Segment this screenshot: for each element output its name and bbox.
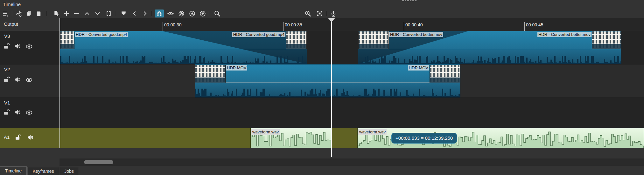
clip-filename: waveform.wav bbox=[358, 129, 387, 135]
clip-hdr-converted-better[interactable]: HDR - Converted better.mov HDR - Convert… bbox=[358, 31, 621, 64]
previous-marker-button[interactable] bbox=[130, 10, 139, 17]
remove-button[interactable] bbox=[72, 10, 81, 17]
copy-icon bbox=[26, 10, 32, 17]
clip-filename: HDR.MOV bbox=[226, 65, 247, 71]
ruler-tick bbox=[163, 22, 163, 31]
lock-icon[interactable] bbox=[15, 133, 22, 141]
tab-jobs[interactable]: Jobs bbox=[60, 167, 78, 175]
toolbar-separator bbox=[12, 11, 12, 16]
track-name: A1 bbox=[4, 134, 10, 140]
ripple-button[interactable] bbox=[177, 10, 186, 17]
toolbar-separator bbox=[115, 11, 116, 16]
playhead-handle[interactable] bbox=[328, 18, 335, 22]
ruler-tick bbox=[524, 22, 525, 31]
record-audio-button[interactable] bbox=[329, 10, 338, 17]
panel-tabs: Timeline Keyframes Jobs bbox=[0, 166, 644, 175]
ruler-tick bbox=[283, 22, 284, 31]
tab-timeline[interactable]: Timeline bbox=[0, 166, 27, 175]
video-audio-separator bbox=[195, 82, 460, 83]
ripple-all-tracks-button[interactable] bbox=[188, 10, 197, 17]
eye-icon[interactable] bbox=[25, 43, 33, 50]
track-name: V1 bbox=[4, 100, 10, 105]
minus-icon bbox=[73, 10, 80, 17]
chevron-left-icon bbox=[131, 10, 138, 17]
track-name: V2 bbox=[4, 67, 10, 72]
ruler-tick bbox=[404, 22, 404, 31]
lock-icon[interactable] bbox=[3, 108, 10, 116]
playhead-line[interactable] bbox=[331, 18, 332, 157]
track-area-left-edge bbox=[60, 18, 60, 148]
clipboard-paste-icon bbox=[35, 10, 42, 17]
clip-hdr-mov[interactable]: HDR.MOV HDR.MOV bbox=[195, 64, 460, 98]
timeline-body: 00:00:30 00:00:35 00:00:40 00:00:45 Outp… bbox=[0, 18, 644, 158]
zoom-in-button[interactable] bbox=[304, 10, 312, 17]
ripple-markers-button[interactable] bbox=[198, 10, 207, 17]
snap-toggle-button[interactable] bbox=[155, 10, 164, 17]
track-header-v1[interactable]: V1 bbox=[0, 98, 60, 128]
video-audio-separator bbox=[60, 49, 307, 49]
panel-title: Timeline bbox=[3, 2, 21, 7]
lock-icon[interactable] bbox=[3, 42, 10, 50]
toolbar-separator bbox=[46, 11, 47, 16]
clip-filename: HDR - Converted good.mp4 bbox=[75, 32, 128, 37]
zoom-in-icon bbox=[304, 10, 312, 17]
tab-keyframes[interactable]: Keyframes bbox=[27, 167, 59, 175]
timeline-toolbar bbox=[0, 9, 644, 18]
timeline-menu-button[interactable] bbox=[1, 10, 10, 17]
dock-drag-handle-icon[interactable] bbox=[402, 0, 416, 1]
scrollbar-row bbox=[0, 158, 644, 166]
lift-button[interactable] bbox=[82, 10, 91, 17]
track-header-v3[interactable]: V3 bbox=[0, 31, 60, 64]
eye-icon[interactable] bbox=[25, 76, 33, 84]
chevron-down-icon bbox=[94, 10, 101, 17]
speaker-icon[interactable] bbox=[27, 134, 34, 141]
ruler-label: 00:00:35 bbox=[285, 22, 302, 27]
zoom-fit-icon bbox=[316, 10, 323, 17]
scrub-eye-icon bbox=[167, 10, 174, 17]
time-ruler[interactable] bbox=[60, 18, 644, 31]
lock-icon[interactable] bbox=[3, 76, 10, 83]
ruler-label: 00:00:30 bbox=[164, 22, 182, 27]
clip-thumbnail bbox=[592, 31, 621, 49]
clip-filename: HDR - Converted better.mov bbox=[389, 32, 443, 37]
clip-thumbnail bbox=[286, 31, 307, 49]
append-button[interactable] bbox=[52, 10, 60, 17]
clip-filename: HDR - Converted good.mp4 bbox=[232, 32, 285, 37]
eye-icon[interactable] bbox=[25, 109, 33, 116]
horizontal-scrollbar-thumb[interactable] bbox=[84, 160, 113, 164]
cut-button[interactable] bbox=[15, 10, 24, 17]
track-header-v2[interactable]: V2 bbox=[0, 64, 60, 98]
clip-hdr-converted-good[interactable]: HDR - Converted good.mp4 HDR - Converted… bbox=[60, 31, 307, 64]
output-label[interactable]: Output bbox=[4, 21, 18, 27]
ruler-label: 00:00:40 bbox=[405, 22, 423, 27]
toolbar-separator bbox=[208, 11, 208, 16]
overwrite-button[interactable] bbox=[93, 10, 102, 17]
ripple-target-icon bbox=[178, 10, 185, 17]
ruler-label: 00:00:45 bbox=[526, 22, 543, 27]
speaker-icon[interactable] bbox=[14, 76, 21, 83]
add-track-button[interactable] bbox=[62, 10, 71, 17]
clip-filename: waveform.wav bbox=[251, 129, 280, 135]
horizontal-scrollbar-track[interactable] bbox=[60, 158, 644, 166]
magnet-icon bbox=[156, 10, 163, 17]
copy-button[interactable] bbox=[24, 10, 33, 17]
clip-waveform-wav-1[interactable]: waveform.wav bbox=[250, 128, 331, 148]
zoom-out-button[interactable] bbox=[213, 10, 222, 17]
speaker-icon[interactable] bbox=[14, 43, 21, 50]
audio-waveform bbox=[195, 88, 460, 97]
create-marker-button[interactable] bbox=[119, 10, 128, 17]
clip-filename: HDR - Converted better.mov bbox=[537, 32, 592, 37]
hamburger-menu-icon bbox=[2, 10, 9, 17]
toolbar-separator bbox=[326, 11, 327, 16]
next-marker-button[interactable] bbox=[140, 10, 149, 17]
split-button[interactable] bbox=[104, 10, 113, 17]
audio-waveform bbox=[358, 56, 621, 64]
speaker-icon[interactable] bbox=[14, 109, 21, 116]
scrub-while-dragging-button[interactable] bbox=[166, 10, 175, 17]
track-header-a1-selected[interactable]: A1 bbox=[0, 128, 60, 148]
paste-button[interactable] bbox=[34, 10, 43, 17]
clip-filename: HDR.MOV bbox=[408, 65, 429, 71]
ripple-markers-shield-icon bbox=[199, 10, 206, 17]
track-area-v1[interactable] bbox=[60, 98, 644, 128]
zoom-fit-button[interactable] bbox=[315, 10, 324, 17]
